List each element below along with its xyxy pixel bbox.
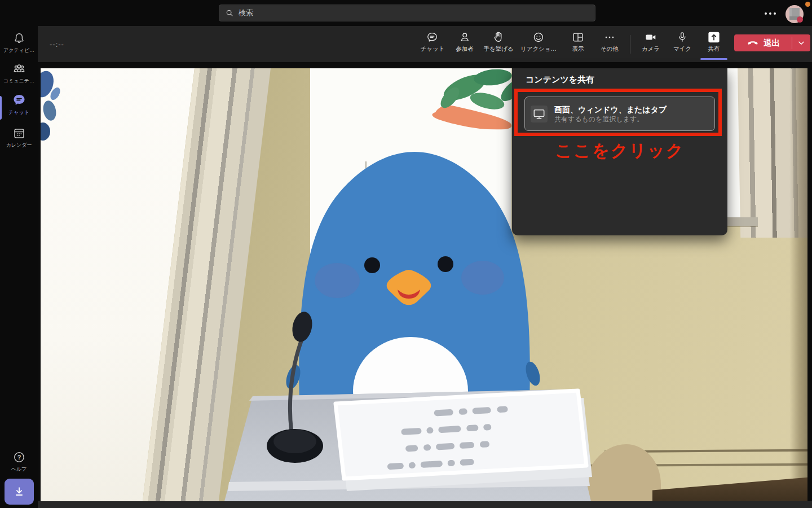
sidebar-item-chat[interactable]: チャット xyxy=(0,93,38,116)
sidebar-item-community[interactable]: コミュニテ… xyxy=(0,62,38,85)
share-icon xyxy=(708,31,721,43)
smiley-icon xyxy=(532,31,545,43)
penguin-eye xyxy=(438,256,453,272)
app-rail: アクティビ… コミュニテ… チャット カレンダー ? ヘルプ xyxy=(0,26,38,508)
sidebar-item-label: カレンダー xyxy=(6,142,32,149)
share-screen-option[interactable]: 画面、ウィンドウ、またはタブ 共有するものを選択します。 xyxy=(524,97,715,131)
toolbar-divider xyxy=(630,35,630,54)
sidebar-item-help[interactable]: ? ヘルプ xyxy=(0,450,38,473)
search-icon xyxy=(226,9,233,17)
sidebar-item-label: チャット xyxy=(8,109,29,116)
leave-label: 退出 xyxy=(764,38,780,49)
svg-text:?: ? xyxy=(17,454,21,461)
stage-bottom-strip xyxy=(38,501,812,508)
camera-icon xyxy=(645,31,657,43)
toolbar-button-label: リアクショ… xyxy=(520,45,557,53)
chat-button[interactable]: チャット xyxy=(421,31,445,53)
meeting-timer: --:-- xyxy=(50,40,64,49)
camera-button[interactable]: カメラ xyxy=(642,31,660,53)
chevron-down-icon xyxy=(797,39,805,47)
monitor-icon xyxy=(531,106,548,122)
leave-options-button[interactable] xyxy=(792,39,810,47)
download-app-button[interactable] xyxy=(5,479,34,505)
toolbar-button-label: マイク xyxy=(673,45,691,53)
notification-dot xyxy=(805,2,810,7)
share-option-subtitle: 共有するものを選択します。 xyxy=(554,115,667,124)
calendar-icon xyxy=(12,126,26,140)
participants-button[interactable]: 参加者 xyxy=(456,31,474,53)
view-layout-icon xyxy=(572,31,584,43)
click-here-annotation: ここをクリック xyxy=(512,139,727,163)
share-button[interactable]: 共有 xyxy=(708,31,721,53)
meeting-window: --:-- チャット 参加者 手を挙げる リアクショ… 表示 その他 カ xyxy=(38,26,812,508)
sidebar-item-activity[interactable]: アクティビ… xyxy=(0,32,38,54)
share-active-underline xyxy=(700,58,727,60)
search-input[interactable]: 検索 xyxy=(219,5,595,21)
reactions-button[interactable]: リアクショ… xyxy=(520,31,557,53)
hangup-icon xyxy=(746,36,760,50)
toolbar-button-label: 表示 xyxy=(572,45,584,53)
toolbar-button-label: 共有 xyxy=(708,45,720,53)
sidebar-item-label: アクティビ… xyxy=(3,47,34,54)
mic-icon xyxy=(676,31,689,43)
share-panel-title: コンテンツを共有 xyxy=(526,75,594,85)
more-button[interactable]: その他 xyxy=(601,31,619,53)
help-icon: ? xyxy=(12,450,26,464)
participants-icon xyxy=(458,31,471,43)
sidebar-item-calendar[interactable]: カレンダー xyxy=(0,126,38,149)
penguin-eye xyxy=(364,257,380,273)
ellipsis-icon xyxy=(603,31,616,43)
speech-papers xyxy=(336,391,592,491)
sidebar-item-label: ヘルプ xyxy=(11,466,27,473)
toolbar-button-label: その他 xyxy=(601,45,619,53)
share-option-title: 画面、ウィンドウ、またはタブ xyxy=(554,104,667,115)
chat-bubble-icon xyxy=(12,93,27,107)
raise-hand-icon xyxy=(492,31,505,43)
meeting-stage: コンテンツを共有 画面、ウィンドウ、またはタブ 共有するものを選択します。 ここ… xyxy=(38,62,812,508)
toolbar-button-label: 参加者 xyxy=(456,45,474,53)
toolbar-button-label: カメラ xyxy=(642,45,660,53)
top-bar: 検索 xyxy=(0,0,812,26)
mic-button[interactable]: マイク xyxy=(673,31,691,53)
more-options-icon[interactable] xyxy=(765,12,776,15)
window-foliage xyxy=(41,68,62,141)
sidebar-item-label: コミュニテ… xyxy=(3,77,34,85)
download-icon xyxy=(13,485,25,498)
presence-busy-badge xyxy=(797,16,803,23)
view-button[interactable]: 表示 xyxy=(572,31,584,53)
meeting-toolbar: --:-- チャット 参加者 手を挙げる リアクショ… 表示 その他 カ xyxy=(38,26,812,62)
chat-icon xyxy=(426,31,439,43)
bell-icon xyxy=(12,32,26,45)
toolbar-button-label: 手を挙げる xyxy=(483,45,513,53)
leave-button[interactable]: 退出 xyxy=(734,34,810,51)
raise-hand-button[interactable]: 手を挙げる xyxy=(483,31,513,53)
share-content-panel: コンテンツを共有 画面、ウィンドウ、またはタブ 共有するものを選択します。 ここ… xyxy=(512,68,727,235)
people-group-icon xyxy=(12,62,26,76)
toolbar-button-label: チャット xyxy=(421,45,445,53)
search-placeholder: 検索 xyxy=(239,8,253,18)
